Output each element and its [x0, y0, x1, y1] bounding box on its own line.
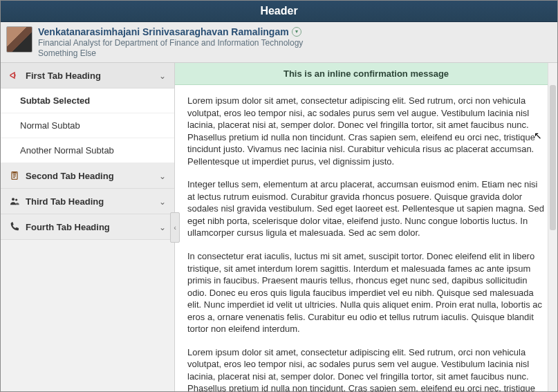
subtab-selected[interactable]: Subtab Selected — [1, 88, 174, 113]
tab-second[interactable]: Second Tab Heading ⌄ — [1, 163, 174, 189]
tab-label: Second Tab Heading — [26, 171, 114, 181]
user-info: Venkatanarasimhajani Srinivasaraghavan R… — [38, 26, 303, 58]
user-extra: Something Else — [38, 48, 303, 58]
tab-label: First Tab Heading — [26, 71, 101, 81]
confirmation-text: This is an inline confirmation message — [283, 68, 449, 79]
tab-fourth[interactable]: Fourth Tab Heading ⌄ — [1, 214, 174, 240]
user-name-row[interactable]: Venkatanarasimhajani Srinivasaraghavan R… — [38, 26, 303, 37]
confirmation-banner: This is an inline confirmation message — [175, 63, 557, 85]
tab-first[interactable]: First Tab Heading ⌄ — [1, 63, 174, 88]
clipboard-icon — [9, 170, 20, 181]
content-area[interactable]: Lorem ipsum dolor sit amet, consectetur … — [175, 85, 557, 391]
phone-icon — [9, 221, 20, 232]
tab-label: Fourth Tab Heading — [26, 222, 110, 232]
page-title: Header — [260, 5, 297, 17]
chevron-down-icon: ⌄ — [159, 71, 166, 81]
paragraph: In consectetur erat iaculis, luctus mi s… — [187, 250, 545, 335]
tab-label: Third Tab Heading — [26, 196, 104, 207]
megaphone-icon — [9, 70, 20, 81]
svg-point-1 — [12, 198, 15, 200]
user-bar: Venkatanarasimhajani Srinivasaraghavan R… — [1, 22, 557, 63]
people-icon — [9, 196, 20, 207]
sidebar: First Tab Heading ⌄ Subtab Selected Norm… — [1, 63, 175, 391]
user-menu-caret-icon[interactable]: ▾ — [292, 27, 301, 37]
chevron-down-icon: ⌄ — [159, 223, 166, 232]
app-window: Header Venkatanarasimhajani Srinivasarag… — [0, 0, 558, 392]
paragraph: Lorem ipsum dolor sit amet, consectetur … — [187, 346, 545, 391]
scrollbar-thumb[interactable] — [550, 85, 556, 230]
avatar[interactable] — [6, 26, 32, 53]
paragraph: Integer tellus sem, elementum at arcu pl… — [187, 178, 545, 239]
body: First Tab Heading ⌄ Subtab Selected Norm… — [1, 63, 557, 391]
titlebar: Header — [1, 1, 557, 22]
paragraph: Lorem ipsum dolor sit amet, consectetur … — [187, 95, 545, 167]
subtab-another[interactable]: Another Normal Subtab — [1, 138, 174, 163]
tab-third[interactable]: Third Tab Heading ⌄ — [1, 189, 174, 214]
subtab-normal[interactable]: Normal Subtab — [1, 113, 174, 138]
user-role: Financial Analyst for Department of Fina… — [38, 38, 303, 48]
svg-point-2 — [15, 198, 17, 200]
user-name: Venkatanarasimhajani Srinivasaraghavan R… — [38, 26, 289, 37]
chevron-down-icon: ⌄ — [159, 197, 166, 207]
main: This is an inline confirmation message L… — [175, 63, 557, 391]
chevron-down-icon: ⌄ — [159, 171, 166, 181]
tab-first-subtabs: Subtab Selected Normal Subtab Another No… — [1, 88, 174, 163]
scrollbar[interactable] — [548, 63, 557, 391]
